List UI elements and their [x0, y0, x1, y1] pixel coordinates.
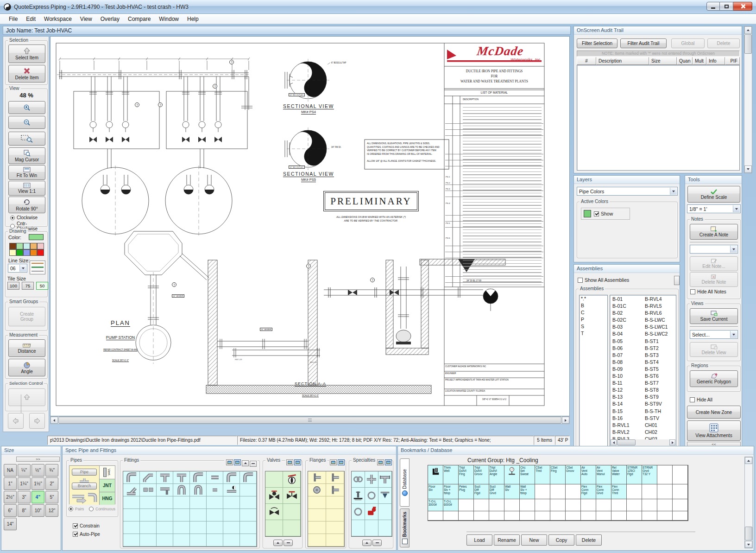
scroll-left-button[interactable]: [611, 439, 617, 445]
bookmark-item[interactable]: Tripl DutVl Groov: [474, 465, 489, 484]
delete-button[interactable]: Delete: [707, 38, 740, 48]
audit-column-header[interactable]: Quan: [677, 57, 693, 65]
bookmarks-action-button[interactable]: Rename: [494, 534, 520, 546]
assembly-item[interactable]: CH02: [643, 429, 674, 436]
elbow-90-icon[interactable]: [223, 471, 240, 484]
bookmark-item[interactable]: Petes Plug: [459, 484, 474, 499]
bookmark-item[interactable]: Floor Slv: [428, 484, 443, 499]
size-button[interactable]: ¾": [45, 464, 58, 477]
specialties-down-button[interactable]: [372, 540, 382, 546]
list-view-button[interactable]: [294, 459, 301, 465]
bookmark-item[interactable]: Rel Valve Water: [611, 465, 627, 484]
empty-cell[interactable]: [190, 496, 207, 509]
size-button[interactable]: 2": [45, 477, 58, 490]
palette-color[interactable]: [23, 249, 30, 256]
menu-item[interactable]: Help: [183, 15, 203, 23]
bookmark-item[interactable]: Flex Conn Thrd: [611, 484, 627, 499]
bookmark-item[interactable]: CSet Thrd: [535, 465, 550, 484]
empty-cell[interactable]: [207, 534, 223, 547]
bookmark-item[interactable]: Air Vent Auto: [581, 465, 596, 484]
zoom-out-button[interactable]: [8, 116, 45, 129]
partial-button[interactable]: [674, 276, 680, 285]
assembly-item[interactable]: B-ST3: [643, 352, 674, 359]
elbow-90-icon[interactable]: [240, 471, 257, 484]
empty-cell[interactable]: [326, 509, 344, 521]
bookmark-item[interactable]: [657, 499, 673, 511]
bookmarks-vertical-scrollbar[interactable]: [744, 457, 753, 548]
bookmark-item[interactable]: Air Vent Manul: [596, 465, 611, 484]
empty-cell[interactable]: [240, 496, 257, 509]
size-button[interactable]: NA: [4, 464, 17, 477]
menu-item[interactable]: Edit: [22, 15, 40, 23]
bookmark-item[interactable]: Wall Slv: [504, 484, 520, 499]
tile-size-button[interactable]: 100: [7, 282, 19, 290]
empty-cell[interactable]: [207, 509, 223, 521]
bookmark-item[interactable]: [627, 484, 642, 499]
scale-select[interactable]: 1/8'' = 1': [687, 204, 741, 213]
bookmark-item[interactable]: Wall Slv + fstop: [520, 484, 535, 499]
flange-icon[interactable]: [326, 484, 344, 496]
strainer-icon[interactable]: [378, 488, 392, 504]
list-view-button[interactable]: [385, 459, 392, 465]
bookmark-item[interactable]: [535, 484, 550, 499]
palette-color[interactable]: [16, 243, 23, 249]
bookmark-item[interactable]: [566, 499, 581, 511]
bookmark-item[interactable]: [504, 499, 520, 511]
assembly-prefix[interactable]: P: [580, 316, 607, 323]
hide-all-notes-checkbox[interactable]: Hide All Notes: [690, 289, 726, 294]
selection-prev-button[interactable]: [8, 413, 24, 429]
view-select[interactable]: Select...: [690, 330, 738, 339]
bookmark-item[interactable]: [504, 511, 520, 521]
stub-icon[interactable]: [207, 471, 223, 484]
u-bend-icon[interactable]: [173, 484, 190, 496]
pairs-radio[interactable]: Pairs: [69, 507, 84, 511]
empty-cell[interactable]: [190, 521, 207, 534]
assembly-item[interactable]: B-STV: [643, 415, 674, 422]
vert-cell[interactable]: Vert.: [99, 466, 115, 479]
assembly-prefix[interactable]: T: [580, 330, 607, 337]
empty-cell[interactable]: [240, 484, 257, 496]
bookmark-item[interactable]: Suct Diff Grvd: [489, 484, 504, 499]
assembly-item[interactable]: B-14: [611, 400, 642, 407]
empty-cell[interactable]: [173, 521, 190, 534]
bookmark-item[interactable]: [566, 484, 581, 499]
scroll-down-button[interactable]: [744, 165, 752, 173]
scroll-up-button[interactable]: [745, 457, 752, 464]
empty-cell[interactable]: [140, 496, 157, 509]
bookmark-item[interactable]: [657, 465, 673, 484]
bookmark-item[interactable]: CSet Flng: [550, 465, 566, 484]
bookmark-item[interactable]: [673, 499, 688, 511]
palette-color[interactable]: [30, 243, 37, 249]
audit-table-body[interactable]: [577, 65, 740, 171]
scroll-right-button[interactable]: [562, 417, 569, 424]
tab-database[interactable]: Database: [400, 458, 410, 507]
empty-cell[interactable]: [140, 534, 157, 547]
empty-cell[interactable]: [223, 534, 240, 547]
assembly-item[interactable]: B-01: [611, 296, 642, 303]
assembly-item[interactable]: B-09: [611, 366, 642, 373]
bookmark-item[interactable]: [459, 499, 474, 511]
bookmark-item[interactable]: [550, 484, 566, 499]
empty-cell[interactable]: [326, 521, 344, 534]
assembly-item[interactable]: B-RVL1: [611, 422, 642, 429]
audit-column-header[interactable]: PIF: [725, 57, 740, 65]
bookmark-item[interactable]: Tripl DutVl Angle: [489, 465, 504, 484]
nipple-icon[interactable]: [207, 484, 223, 496]
valve-gate-icon[interactable]: [283, 488, 301, 504]
assembly-item[interactable]: B-ST4: [643, 359, 674, 366]
tee-icon[interactable]: [173, 471, 190, 484]
empty-cell[interactable]: [308, 509, 326, 521]
ring-icon[interactable]: [352, 504, 365, 520]
assembly-prefix[interactable]: C: [580, 309, 607, 316]
assembly-item[interactable]: B-02C: [611, 317, 642, 324]
jnt-cell[interactable]: JNT: [99, 479, 115, 492]
elbow-45-icon[interactable]: [140, 471, 157, 484]
bookmark-item[interactable]: Tripl DutVl Flng: [459, 465, 474, 484]
layer-color-swatch[interactable]: [584, 210, 591, 217]
hide-all-regions-checkbox[interactable]: Hide All: [690, 397, 712, 402]
constrain-checkbox[interactable]: Constrain: [73, 523, 100, 528]
bookmark-item[interactable]: [596, 499, 611, 511]
bookmark-item[interactable]: [581, 499, 596, 511]
empty-cell[interactable]: [326, 496, 344, 509]
drawing-canvas[interactable]: McDade Waterworks, Inc. DUCTILE IRON PIP…: [50, 36, 570, 416]
